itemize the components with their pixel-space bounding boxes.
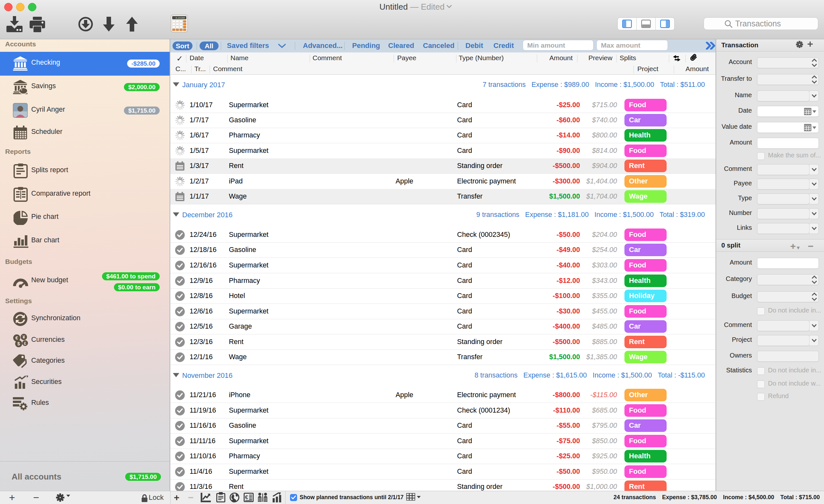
- svg-text:£: £: [24, 341, 26, 346]
- svg-text:$: $: [17, 341, 20, 346]
- svg-text:€: €: [245, 494, 248, 500]
- svg-text:3.14159: 3.14159: [176, 16, 185, 19]
- svg-text:¥: ¥: [22, 334, 25, 339]
- svg-text:€: €: [15, 335, 18, 340]
